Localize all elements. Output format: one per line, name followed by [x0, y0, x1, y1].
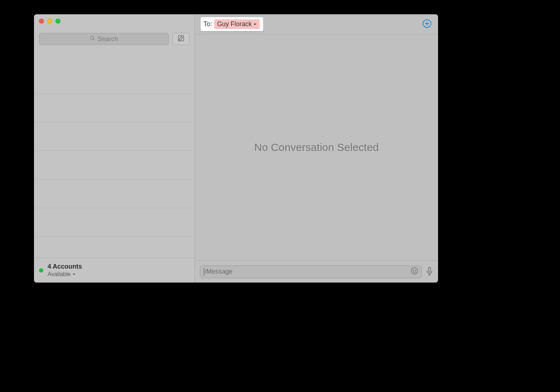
status-dot-icon	[39, 268, 43, 273]
svg-rect-9	[428, 267, 431, 271]
list-item[interactable]	[34, 94, 195, 122]
list-item[interactable]	[34, 122, 195, 151]
minimize-window-button[interactable]	[47, 19, 52, 24]
svg-point-8	[415, 270, 416, 270]
svg-point-6	[411, 268, 418, 274]
sidebar: Search 4 Accounts Available	[34, 14, 195, 283]
sidebar-footer: 4 Accounts Available	[34, 258, 195, 283]
compose-button[interactable]	[172, 33, 190, 45]
compose-icon	[177, 35, 185, 43]
message-placeholder: iMessage	[205, 268, 232, 275]
microphone-icon	[426, 271, 433, 277]
empty-state-message: No Conversation Selected	[254, 141, 379, 153]
main-panel: To: Guy Florack No Conversation Selected	[195, 14, 438, 283]
list-item[interactable]	[34, 65, 195, 94]
close-window-button[interactable]	[39, 19, 44, 24]
list-item[interactable]	[34, 208, 195, 237]
search-input[interactable]: Search	[39, 33, 169, 45]
search-icon	[90, 35, 95, 43]
text-caret	[204, 268, 204, 276]
emoji-button[interactable]	[411, 267, 418, 276]
svg-line-1	[93, 39, 94, 40]
to-field-highlight: To: Guy Florack	[201, 17, 263, 31]
svg-point-0	[90, 36, 94, 39]
recipient-token[interactable]: Guy Florack	[214, 19, 260, 29]
recipient-name: Guy Florack	[217, 20, 252, 28]
add-recipient-button[interactable]	[422, 19, 432, 30]
chevron-down-icon	[253, 20, 257, 28]
compose-bar: iMessage	[195, 260, 438, 283]
list-item[interactable]	[34, 151, 195, 180]
chevron-down-icon	[72, 271, 76, 278]
status-dropdown[interactable]: Available	[48, 271, 82, 278]
window-traffic-lights	[39, 19, 60, 24]
to-label: To:	[203, 20, 212, 28]
plus-circle-icon	[422, 23, 432, 29]
conversation-list	[34, 47, 195, 258]
microphone-button[interactable]	[426, 266, 433, 277]
messages-window: Search 4 Accounts Available	[34, 14, 438, 283]
list-item[interactable]	[34, 180, 195, 208]
status-label: Available	[48, 271, 71, 278]
search-placeholder: Search	[98, 35, 118, 43]
zoom-window-button[interactable]	[55, 19, 60, 24]
smiley-icon	[411, 269, 418, 276]
accounts-count-label: 4 Accounts	[48, 263, 82, 271]
accounts-block[interactable]: 4 Accounts Available	[48, 263, 82, 278]
conversation-body: No Conversation Selected	[195, 34, 438, 260]
to-bar: To: Guy Florack	[195, 14, 438, 34]
svg-point-7	[413, 270, 414, 270]
message-input[interactable]: iMessage	[200, 265, 422, 278]
